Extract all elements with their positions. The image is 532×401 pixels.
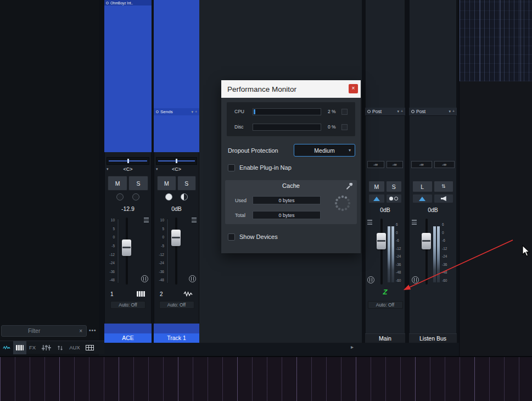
channel-name[interactable]: Listen Bus [409, 333, 457, 343]
cpu-peak-indicator [341, 109, 348, 115]
insert-device-header[interactable]: OhmBoyz Int.. [104, 0, 152, 5]
scale-label: -24 [155, 261, 164, 265]
expand-icon[interactable]: ▾ [107, 167, 109, 171]
peak-readout-right[interactable]: -∞ [387, 161, 404, 168]
output-route-header[interactable]: Post ▾ + [409, 108, 457, 116]
chevron-down-icon[interactable]: ▾ [191, 110, 193, 114]
channel-strip-ace: OhmBoyz Int.. ▾ <C> M S -12.9 10 5 0 -5 [104, 0, 152, 343]
automation-mode-button[interactable]: Auto: Off [110, 301, 145, 309]
left-panel [0, 0, 99, 356]
automation-options-icon[interactable] [192, 218, 197, 222]
gain-value[interactable]: 0dB [154, 205, 199, 212]
fader-handle[interactable] [377, 233, 386, 249]
grid-icon [86, 345, 94, 350]
monitor-output-button[interactable] [434, 194, 454, 203]
solo-button[interactable]: S [177, 176, 197, 191]
output-route-header[interactable]: Post ▾ + [365, 108, 405, 116]
record-button[interactable] [165, 193, 172, 200]
expand-icon[interactable]: ▾ [156, 167, 158, 171]
pan-readout[interactable]: ▾ <C> [154, 166, 199, 174]
channel-name[interactable]: ACE [104, 333, 152, 343]
sends-header[interactable]: Sends ▾ + [154, 108, 199, 115]
channel-mode-button[interactable] [412, 276, 419, 283]
monitor-button[interactable] [132, 193, 139, 200]
pan-slider[interactable] [107, 157, 149, 165]
automation-mode-button[interactable]: Auto: Off [368, 301, 403, 309]
solo-button[interactable]: S [386, 181, 402, 192]
power-icon[interactable] [106, 2, 109, 4]
pan-slider[interactable] [156, 157, 197, 165]
metering-button[interactable] [368, 194, 385, 203]
channel-mode-button[interactable] [189, 275, 196, 282]
automation-options-icon[interactable] [412, 220, 417, 225]
power-icon[interactable] [156, 110, 159, 113]
scale-label: -60 [442, 279, 451, 283]
automation-options-icon[interactable] [144, 218, 149, 222]
peak-readout-right[interactable]: -∞ [434, 161, 455, 168]
mixer-channels-button[interactable] [38, 341, 54, 354]
filter-input[interactable]: Filter × [1, 325, 87, 337]
trim-button[interactable]: ⇅ [434, 181, 454, 192]
inserts-area[interactable]: Sends ▾ + [154, 0, 199, 152]
low-latency-z-button[interactable]: Z [365, 288, 405, 298]
close-button[interactable]: × [349, 84, 358, 93]
power-icon[interactable] [411, 110, 415, 113]
dropout-protection-select[interactable]: Medium ▾ [294, 144, 355, 157]
plugin-nap-checkbox[interactable] [228, 164, 235, 171]
peak-readout-left[interactable]: -∞ [411, 161, 432, 168]
listen-button[interactable]: L [412, 181, 433, 192]
record-button[interactable] [116, 193, 124, 200]
filter-placeholder: Filter [28, 328, 40, 334]
mute-button[interactable]: M [157, 176, 176, 191]
gain-value[interactable]: -12.9 [104, 205, 152, 212]
chevron-down-icon[interactable]: ▾ [449, 109, 451, 114]
add-send-icon[interactable]: + [195, 110, 197, 114]
banks-button[interactable] [83, 341, 97, 354]
cache-activity-spinner [334, 194, 351, 212]
fader-handle[interactable] [422, 233, 431, 249]
more-options-button[interactable]: ••• [89, 327, 97, 333]
gain-value[interactable]: 0dB [409, 207, 457, 213]
peak-readout-left[interactable]: -∞ [367, 161, 384, 168]
mute-button[interactable]: M [368, 181, 385, 192]
dialog-titlebar[interactable]: Performance Monitor × [221, 80, 361, 98]
disc-progressbar [253, 124, 321, 131]
plugin-nap-label: Enable Plug-in Nap [239, 164, 292, 171]
monitor-button[interactable] [181, 193, 188, 200]
mute-button[interactable]: M [108, 176, 127, 191]
arrange-grid-top [459, 0, 532, 81]
channel-mode-button[interactable] [367, 276, 374, 283]
scale-label: -60 [396, 279, 405, 283]
instrument-parts-button[interactable] [13, 341, 26, 354]
fx-button[interactable]: FX [26, 341, 38, 354]
inserts-area[interactable]: OhmBoyz Int.. [104, 0, 152, 152]
channel-name[interactable]: Track 1 [154, 333, 199, 343]
scale-label: -36 [396, 263, 405, 267]
aux-label: AUX [69, 344, 80, 350]
aux-button[interactable]: AUX [66, 341, 83, 354]
automation-options-icon[interactable] [367, 220, 372, 225]
io-routing-button[interactable] [54, 341, 66, 354]
channel-name[interactable]: Main [365, 333, 405, 343]
channel-mode-button[interactable] [141, 275, 148, 282]
gain-value[interactable]: 0dB [365, 207, 405, 213]
wrench-icon[interactable] [346, 183, 352, 190]
fader-handle[interactable] [171, 230, 181, 246]
power-icon[interactable] [367, 110, 371, 113]
scroll-right-arrow[interactable]: ▸ [351, 344, 354, 350]
clear-filter-icon[interactable]: × [79, 328, 82, 334]
audio-parts-button[interactable] [0, 341, 13, 354]
stereo-mode-button[interactable] [386, 194, 402, 203]
insert-device-label: OhmBoyz Int.. [110, 1, 133, 5]
show-devices-checkbox[interactable] [228, 233, 235, 241]
automation-mode-button[interactable]: Auto: Off [159, 301, 194, 309]
waveform-icon [3, 344, 10, 351]
fader-handle[interactable] [122, 240, 131, 256]
pan-readout[interactable]: ▾ <C> [104, 166, 152, 174]
solo-button[interactable]: S [128, 176, 148, 191]
add-icon[interactable]: + [401, 109, 403, 114]
chevron-down-icon[interactable]: ▾ [397, 109, 399, 114]
metering-button[interactable] [412, 194, 433, 203]
add-icon[interactable]: + [452, 109, 455, 114]
level-meter [166, 219, 169, 283]
